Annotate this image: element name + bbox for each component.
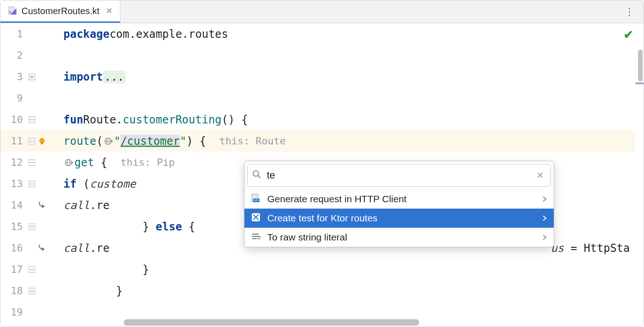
editor-tabbar: K CustomerRoutes.kt ✕ ⋮ [0, 0, 644, 23]
popup-search-input[interactable] [267, 169, 529, 181]
search-icon [252, 170, 261, 181]
chevron-right-icon [542, 213, 547, 224]
chevron-right-icon [542, 194, 547, 204]
hscrollbar[interactable] [124, 319, 634, 326]
line-number: 11 [0, 135, 26, 147]
line-number: 2 [0, 50, 26, 61]
url-globe-icon[interactable] [63, 157, 74, 168]
line-number: 15 [0, 221, 26, 232]
intention-item-http-client[interactable]: API Generate request in HTTP Client [244, 189, 554, 209]
text-icon [251, 231, 261, 244]
line-number: 18 [0, 285, 26, 296]
url-globe-icon[interactable] [103, 136, 114, 147]
intention-label: To raw string literal [267, 232, 347, 243]
fold-end-icon[interactable] [28, 287, 36, 295]
svg-point-27 [253, 171, 259, 176]
ide-window: K CustomerRoutes.kt ✕ ⋮ 1 2 3 9 10 11 12 [0, 0, 644, 327]
line-number: 16 [0, 242, 26, 254]
tab-label: CustomerRoutes.kt [21, 6, 99, 16]
hscroll-thumb[interactable] [124, 319, 419, 326]
fold-collapse-icon[interactable] [28, 223, 36, 230]
implementing-method-icon[interactable] [37, 243, 48, 254]
intention-label: Create test for Ktor routes [267, 213, 378, 224]
route-test-icon [251, 212, 261, 225]
fold-collapse-icon[interactable] [28, 159, 36, 166]
line-number: 14 [0, 199, 26, 211]
marker-purple[interactable] [635, 82, 644, 84]
fold-expand-icon[interactable] [28, 73, 36, 81]
line-number: 13 [0, 178, 26, 189]
editor: 1 2 3 9 10 11 12 13 14 15 [0, 23, 644, 327]
line-number: 19 [0, 307, 26, 318]
chevron-right-icon [542, 232, 547, 243]
intention-item-create-test[interactable]: Create test for Ktor routes [244, 209, 554, 228]
line-number: 12 [0, 157, 26, 168]
fold-end-icon[interactable] [28, 266, 36, 273]
line-number: 10 [0, 114, 26, 125]
svg-line-28 [258, 176, 260, 178]
fold-collapse-icon[interactable] [28, 138, 36, 145]
line-number: 9 [0, 92, 26, 104]
line-number: 1 [0, 28, 26, 40]
fold-collapse-icon[interactable] [28, 180, 36, 188]
fold-collapse-icon[interactable] [28, 116, 36, 123]
api-icon: API [251, 193, 261, 205]
svg-text:K: K [9, 10, 11, 14]
gutter: 1 2 3 9 10 11 12 13 14 15 [0, 23, 60, 327]
svg-point-9 [39, 138, 45, 143]
intention-label: Generate request in HTTP Client [267, 194, 406, 204]
clear-icon[interactable]: ✕ [535, 170, 546, 181]
vscroll-thumb[interactable] [638, 50, 643, 82]
close-tab-icon[interactable]: ✕ [106, 6, 113, 16]
popup-search: ✕ [247, 164, 551, 187]
tabbar-more-icon[interactable]: ⋮ [619, 0, 640, 23]
intention-bulb-icon[interactable] [37, 137, 47, 146]
intention-popup: ✕ API Generate request in HTTP Client Cr… [244, 161, 554, 247]
intention-item-raw-string[interactable]: To raw string literal [244, 228, 554, 247]
analysis-ok-icon[interactable]: ✔ [623, 28, 634, 42]
kotlin-file-icon: K [8, 6, 18, 16]
marker-strip: ✔ [635, 23, 644, 327]
svg-rect-10 [41, 143, 43, 144]
line-number: 3 [0, 71, 26, 82]
line-number: 17 [0, 264, 26, 275]
editor-tab[interactable]: K CustomerRoutes.kt ✕ [0, 0, 120, 23]
implementing-method-icon[interactable] [37, 200, 48, 211]
svg-text:API: API [254, 199, 259, 202]
